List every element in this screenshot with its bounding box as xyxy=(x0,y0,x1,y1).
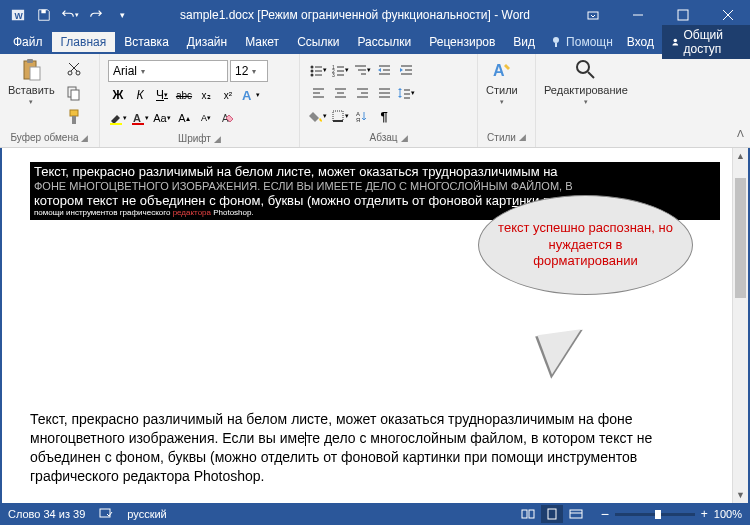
align-center-button[interactable] xyxy=(330,83,350,103)
svg-point-10 xyxy=(673,39,677,43)
scroll-thumb[interactable] xyxy=(735,178,746,298)
redo-icon[interactable] xyxy=(84,3,108,27)
save-icon[interactable] xyxy=(32,3,56,27)
cut-button[interactable] xyxy=(63,58,85,80)
editing-button[interactable]: Редактирование ▾ xyxy=(540,56,632,108)
word-count[interactable]: Слово 34 из 39 xyxy=(8,508,85,520)
align-left-button[interactable] xyxy=(308,83,328,103)
zoom-in-button[interactable]: + xyxy=(701,507,708,521)
paste-label: Вставить xyxy=(8,84,55,96)
font-size-combo[interactable]: 12▾ xyxy=(230,60,268,82)
tab-mailings[interactable]: Рассылки xyxy=(348,32,420,52)
underline-button[interactable]: Ч▾ xyxy=(152,85,172,105)
outdent-icon xyxy=(377,63,391,77)
share-label: Общий доступ xyxy=(684,28,741,56)
zoom-out-button[interactable]: − xyxy=(601,506,609,522)
styles-group-label: Стили xyxy=(487,132,516,143)
minimize-button[interactable] xyxy=(615,0,660,30)
numbering-icon: 123 xyxy=(331,63,345,77)
change-case-button[interactable]: Aa▾ xyxy=(152,108,172,128)
tab-file[interactable]: Файл xyxy=(4,32,52,52)
svg-text:3: 3 xyxy=(332,72,335,77)
svg-rect-62 xyxy=(333,111,343,121)
editing-label: Редактирование xyxy=(544,84,628,96)
highlight-button[interactable]: ▾ xyxy=(108,108,128,128)
tab-design[interactable]: Дизайн xyxy=(178,32,236,52)
scroll-up-arrow[interactable]: ▲ xyxy=(733,148,748,164)
tab-references[interactable]: Ссылки xyxy=(288,32,348,52)
svg-rect-12 xyxy=(27,59,33,63)
font-name-value: Arial xyxy=(113,64,137,78)
increase-indent-button[interactable] xyxy=(396,60,416,80)
svg-rect-70 xyxy=(522,510,527,518)
font-color-button[interactable]: A▾ xyxy=(130,108,150,128)
login-link[interactable]: Вход xyxy=(619,35,662,49)
align-right-button[interactable] xyxy=(352,83,372,103)
ribbon-display-icon[interactable] xyxy=(570,0,615,30)
print-layout-button[interactable] xyxy=(541,505,563,523)
font-group-label: Шрифт xyxy=(178,133,211,144)
collapse-ribbon-button[interactable]: ᐱ xyxy=(737,128,744,139)
clear-format-button[interactable]: A xyxy=(218,108,238,128)
clipboard-launcher[interactable]: ◢ xyxy=(81,133,88,143)
scroll-down-arrow[interactable]: ▼ xyxy=(733,487,748,503)
zoom-level[interactable]: 100% xyxy=(714,508,742,520)
paste-button[interactable]: Вставить ▾ xyxy=(4,56,59,108)
eraser-icon: A xyxy=(221,111,235,125)
svg-point-15 xyxy=(76,71,80,75)
line-spacing-button[interactable]: ▾ xyxy=(396,83,416,103)
undo-icon[interactable]: ▾ xyxy=(58,3,82,27)
styles-label: Стили xyxy=(486,84,518,96)
tell-me[interactable]: Помощн xyxy=(544,35,619,49)
web-layout-button[interactable] xyxy=(565,505,587,523)
superscript-button[interactable]: x² xyxy=(218,85,238,105)
qat-customize-icon[interactable]: ▾ xyxy=(110,3,134,27)
tab-home[interactable]: Главная xyxy=(52,32,116,52)
numbering-button[interactable]: 123▾ xyxy=(330,60,350,80)
text-effects-button[interactable]: A▾ xyxy=(240,85,260,105)
scissors-icon xyxy=(66,61,82,77)
bold-button[interactable]: Ж xyxy=(108,85,128,105)
vertical-scrollbar[interactable]: ▲ ▼ xyxy=(732,148,748,503)
spellcheck-icon[interactable] xyxy=(99,507,113,521)
svg-rect-73 xyxy=(570,510,582,518)
paragraph-launcher[interactable]: ◢ xyxy=(401,133,408,143)
tab-insert[interactable]: Вставка xyxy=(115,32,178,52)
svg-rect-2 xyxy=(41,10,45,14)
word-app-icon[interactable]: W xyxy=(6,3,30,27)
decrease-indent-button[interactable] xyxy=(374,60,394,80)
sort-button[interactable]: AЯ xyxy=(352,106,372,126)
italic-button[interactable]: К xyxy=(130,85,150,105)
share-button[interactable]: Общий доступ xyxy=(662,25,750,59)
shrink-font-button[interactable]: A▾ xyxy=(196,108,216,128)
tab-view[interactable]: Вид xyxy=(504,32,544,52)
strike-button[interactable]: abc xyxy=(174,85,194,105)
bullets-button[interactable]: ▾ xyxy=(308,60,328,80)
grow-font-button[interactable]: A▴ xyxy=(174,108,194,128)
styles-button[interactable]: A Стили ▾ xyxy=(482,56,522,108)
tell-me-label: Помощн xyxy=(566,35,613,49)
window-title: sample1.docx [Режим ограниченной функцио… xyxy=(140,8,570,22)
styles-launcher[interactable]: ◢ xyxy=(519,132,526,142)
copy-button[interactable] xyxy=(63,82,85,104)
read-mode-button[interactable] xyxy=(517,505,539,523)
font-name-combo[interactable]: Arial▾ xyxy=(108,60,228,82)
borders-button[interactable]: ▾ xyxy=(330,106,350,126)
justify-button[interactable] xyxy=(374,83,394,103)
callout-shape[interactable]: текст успешно распознан, но нуждается в … xyxy=(478,195,698,295)
subscript-button[interactable]: x₂ xyxy=(196,85,216,105)
body-paragraph[interactable]: Текст, прекрасно различимый на белом лис… xyxy=(30,410,720,486)
font-launcher[interactable]: ◢ xyxy=(214,134,221,144)
show-marks-button[interactable]: ¶ xyxy=(374,106,394,126)
svg-rect-9 xyxy=(555,43,557,47)
svg-rect-13 xyxy=(30,67,40,80)
zoom-slider[interactable] xyxy=(615,513,695,516)
shading-button[interactable]: ▾ xyxy=(308,106,328,126)
highlight-icon xyxy=(109,111,123,125)
format-painter-button[interactable] xyxy=(63,106,85,128)
multilevel-button[interactable]: ▾ xyxy=(352,60,372,80)
language-status[interactable]: русский xyxy=(127,508,166,520)
tab-layout[interactable]: Макет xyxy=(236,32,288,52)
svg-rect-72 xyxy=(548,509,556,519)
tab-review[interactable]: Рецензиров xyxy=(420,32,504,52)
